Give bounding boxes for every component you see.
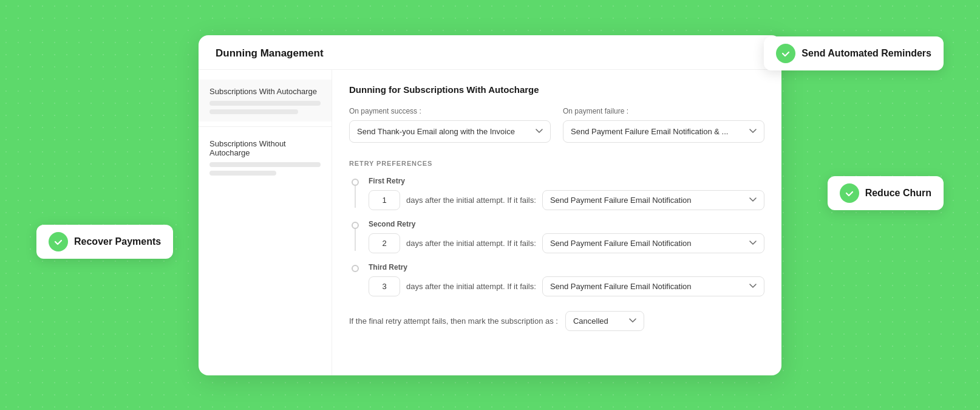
sidebar: Subscriptions With Autocharge Subscripti… — [199, 70, 332, 375]
recover-payments-label: Recover Payments — [74, 236, 161, 247]
card-title: Dunning Management — [216, 47, 324, 59]
sidebar-item-without-autocharge[interactable]: Subscriptions Without Autocharge — [199, 132, 332, 183]
payment-success-label: On payment success : — [349, 107, 551, 115]
skeleton-line-4 — [209, 171, 276, 176]
first-retry-row: days after the initial attempt. If it fa… — [369, 190, 764, 210]
second-retry-content: Second Retry days after the initial atte… — [361, 220, 764, 263]
second-retry-row: days after the initial attempt. If it fa… — [369, 233, 764, 253]
third-retry-row: days after the initial attempt. If it fa… — [369, 276, 764, 296]
first-retry-days-input[interactable] — [369, 190, 400, 210]
retry-timeline: First Retry days after the initial attem… — [349, 177, 764, 306]
check-icon-reduce — [840, 183, 859, 203]
third-retry-label: Third Retry — [369, 263, 764, 272]
timeline-line-1 — [355, 186, 356, 208]
skeleton-line-1 — [209, 101, 321, 106]
third-retry-days-input[interactable] — [369, 276, 400, 296]
send-reminders-label: Send Automated Reminders — [801, 48, 931, 59]
timeline-col-2 — [349, 220, 361, 251]
sidebar-label-with-autocharge: Subscriptions With Autocharge — [209, 87, 321, 96]
skeleton-line-2 — [209, 109, 298, 114]
first-retry-content: First Retry days after the initial attem… — [361, 177, 764, 220]
second-retry-days-text: days after the initial attempt. If it fa… — [406, 239, 536, 248]
second-retry-item: Second Retry days after the initial atte… — [349, 220, 764, 263]
timeline-line-2 — [355, 229, 356, 251]
check-icon — [776, 44, 795, 63]
check-icon-recover — [49, 232, 68, 251]
sidebar-item-with-autocharge[interactable]: Subscriptions With Autocharge — [199, 80, 332, 121]
retry-preferences-label: RETRY PREFERENCES — [349, 160, 764, 167]
second-retry-label: Second Retry — [369, 220, 764, 228]
timeline-col-3 — [349, 263, 361, 272]
second-retry-days-input[interactable] — [369, 233, 400, 253]
sidebar-divider — [199, 126, 332, 127]
sidebar-label-without-autocharge: Subscriptions Without Autocharge — [209, 139, 321, 157]
final-retry-row: If the final retry attempt fails, then m… — [349, 311, 764, 331]
payment-failure-label: On payment failure : — [563, 107, 764, 115]
payment-failure-col: On payment failure : Send Payment Failur… — [563, 107, 764, 143]
section-title: Dunning for Subscriptions With Autocharg… — [349, 84, 764, 95]
final-retry-label: If the final retry attempt fails, then m… — [349, 316, 558, 326]
first-retry-days-text: days after the initial attempt. If it fa… — [406, 196, 536, 205]
first-retry-action-select[interactable]: Send Payment Failure Email Notification — [542, 190, 764, 210]
send-automated-reminders-badge: Send Automated Reminders — [764, 36, 944, 70]
card-body: Subscriptions With Autocharge Subscripti… — [199, 70, 781, 375]
payment-success-col: On payment success : Send Thank-you Emai… — [349, 107, 551, 143]
first-retry-item: First Retry days after the initial attem… — [349, 177, 764, 220]
payment-failure-select[interactable]: Send Payment Failure Email Notification … — [563, 120, 764, 143]
main-card: Dunning Management Subscriptions With Au… — [199, 35, 781, 375]
second-retry-action-select[interactable]: Send Payment Failure Email Notification — [542, 233, 764, 253]
reduce-churn-label: Reduce Churn — [865, 188, 931, 199]
final-retry-select[interactable]: Cancelled Paused — [565, 311, 644, 331]
recover-payments-badge: Recover Payments — [36, 225, 173, 259]
reduce-churn-badge: Reduce Churn — [828, 176, 944, 210]
timeline-col-1 — [349, 177, 361, 208]
payment-success-select[interactable]: Send Thank-you Email along with the Invo… — [349, 120, 551, 143]
third-retry-item: Third Retry days after the initial attem… — [349, 263, 764, 306]
timeline-dot-1 — [352, 179, 359, 186]
skeleton-line-3 — [209, 162, 321, 167]
third-retry-content: Third Retry days after the initial attem… — [361, 263, 764, 306]
third-retry-days-text: days after the initial attempt. If it fa… — [406, 282, 536, 291]
timeline-dot-2 — [352, 222, 359, 229]
first-retry-label: First Retry — [369, 177, 764, 185]
payment-options-row: On payment success : Send Thank-you Emai… — [349, 107, 764, 143]
main-content: Dunning for Subscriptions With Autocharg… — [332, 70, 781, 375]
timeline-dot-3 — [352, 265, 359, 272]
card-header: Dunning Management — [199, 35, 781, 70]
third-retry-action-select[interactable]: Send Payment Failure Email Notification — [542, 276, 764, 296]
